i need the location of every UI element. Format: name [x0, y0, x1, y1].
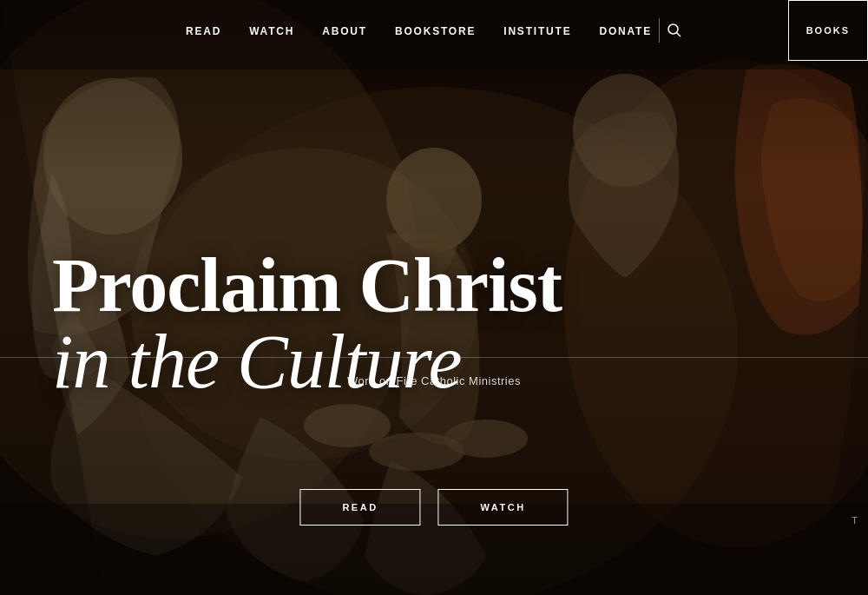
nav-link-about[interactable]: ABOUT	[322, 25, 367, 37]
read-button[interactable]: READ	[299, 489, 420, 526]
watch-button[interactable]: WATCH	[438, 489, 569, 526]
nav-link-read[interactable]: READ	[186, 25, 221, 37]
hero-title-line2: in the Culture	[52, 320, 462, 404]
nav-item-about[interactable]: ABOUT	[322, 23, 367, 38]
svg-point-14	[668, 24, 678, 34]
nav-divider	[659, 18, 660, 43]
nav-item-read[interactable]: READ	[186, 23, 221, 38]
hero-subtitle: Word on Fire Catholic Ministries	[347, 374, 521, 387]
right-label-text: T	[852, 515, 859, 526]
nav-item-bookstore[interactable]: BOOKSTORE	[395, 23, 476, 38]
hero-horizontal-divider	[0, 357, 868, 358]
nav-item-donate[interactable]: DONATE	[599, 23, 652, 38]
nav-link-watch[interactable]: WATCH	[249, 25, 294, 37]
search-icon[interactable]	[667, 23, 682, 38]
nav-item-watch[interactable]: WATCH	[249, 23, 294, 38]
hero-section: READ WATCH ABOUT BOOKSTORE INSTITUTE DON…	[0, 0, 868, 595]
svg-line-15	[677, 33, 681, 37]
nav-links-list: READ WATCH ABOUT BOOKSTORE INSTITUTE DON…	[186, 23, 652, 38]
nav-link-donate[interactable]: DONATE	[599, 25, 652, 37]
main-navigation: READ WATCH ABOUT BOOKSTORE INSTITUTE DON…	[0, 0, 868, 61]
books-button[interactable]: BOOKS	[788, 0, 868, 61]
hero-title-line1: Proclaim Christ	[52, 243, 562, 327]
nav-link-institute[interactable]: INSTITUTE	[503, 25, 571, 37]
nav-item-institute[interactable]: INSTITUTE	[503, 23, 571, 38]
cta-buttons: READ WATCH	[299, 489, 568, 526]
nav-link-bookstore[interactable]: BOOKSTORE	[395, 25, 476, 37]
